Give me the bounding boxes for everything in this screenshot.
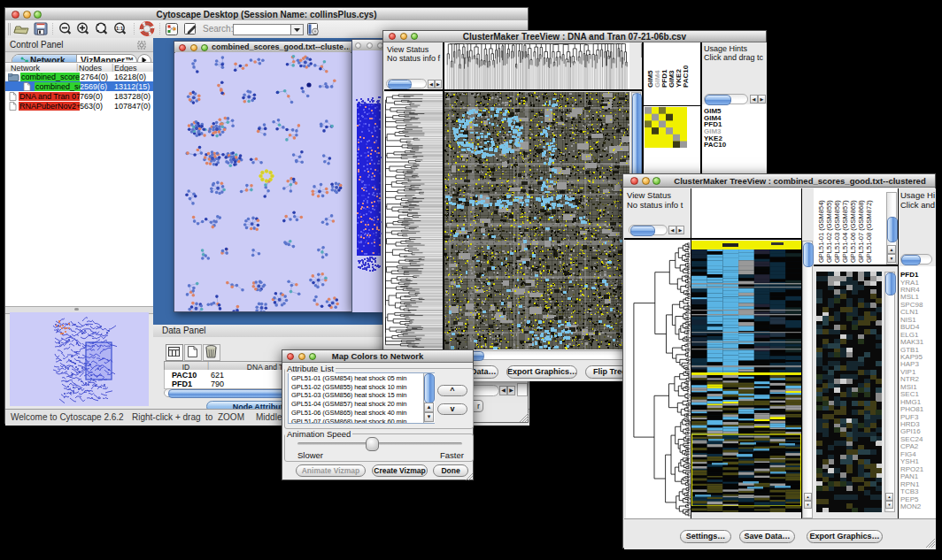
svg-text:1:1: 1:1 [116,26,123,31]
svg-text:Search:: Search: [203,24,233,34]
